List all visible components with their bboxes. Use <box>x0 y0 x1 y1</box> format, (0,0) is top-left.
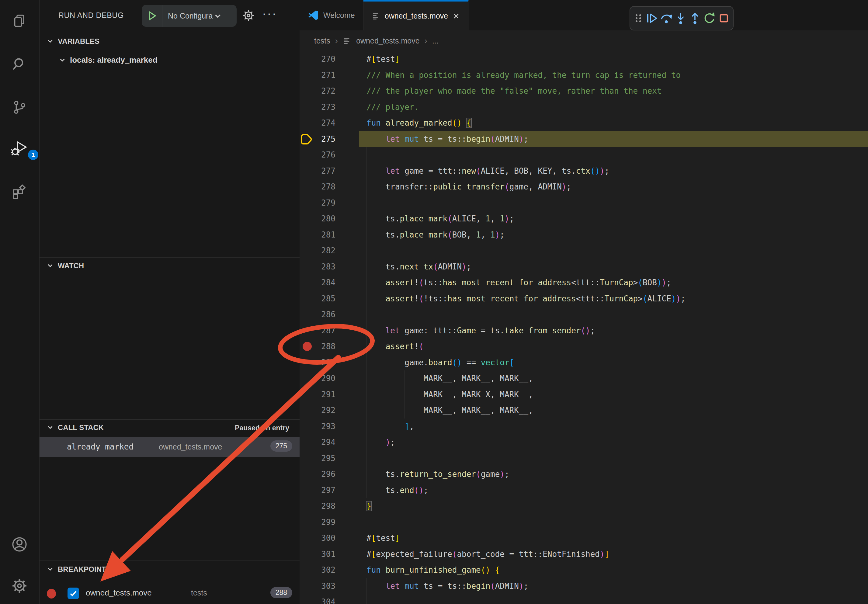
section-breakpoints[interactable]: BREAKPOINTS <box>46 565 111 574</box>
divider <box>40 561 299 561</box>
debug-launch-group[interactable]: No Configura <box>142 5 237 27</box>
code-text: ts.end(); <box>335 486 429 495</box>
section-watch[interactable]: WATCH <box>46 262 84 270</box>
breakpoint-row[interactable]: owned_tests.move tests 288 <box>40 585 299 603</box>
breakpoint-file-name: owned_tests.move <box>86 588 152 598</box>
code-line: 295 <box>299 451 868 466</box>
code-text: } <box>335 502 371 511</box>
close-icon[interactable] <box>452 12 460 20</box>
search-icon[interactable] <box>12 57 27 73</box>
line-number: 302 <box>315 565 335 575</box>
code-line: 299 <box>299 514 868 530</box>
accounts-icon[interactable] <box>11 536 28 553</box>
code-text: ts.next_tx(ADMIN); <box>335 262 471 271</box>
frame-function-name: already_marked <box>67 442 133 451</box>
code-text: let mut ts = ts::begin(ADMIN); <box>335 135 528 144</box>
code-text: ); <box>335 438 395 447</box>
sidebar-title: RUN AND DEBUG <box>58 11 124 20</box>
code-text: let game: ttt::Game = ts.take_from_sende… <box>335 326 595 335</box>
line-number: 296 <box>315 469 335 479</box>
section-variables[interactable]: VARIABLES <box>46 37 99 46</box>
configuration-dropdown-label[interactable]: No Configura <box>168 12 212 20</box>
line-number: 295 <box>315 454 335 463</box>
code-line: 287 let game: ttt::Game = ts.take_from_s… <box>299 323 868 339</box>
code-line: 303 let mut ts = ts::begin(ADMIN); <box>299 578 868 594</box>
code-text: let game = ttt::new(ALICE, BOB, KEY, ts.… <box>335 166 609 175</box>
breadcrumb-item[interactable]: ... <box>432 37 439 45</box>
vscode-window: 1 RUN AND DEBUG No Configura ··· <box>0 0 868 604</box>
run-and-debug-sidebar: RUN AND DEBUG No Configura ··· VARIABLES… <box>40 0 299 604</box>
code-line: 300#[test] <box>299 530 868 546</box>
code-line: 276 <box>299 147 868 163</box>
move-file-icon <box>343 37 351 45</box>
code-text: game.board() == vector[ <box>335 358 514 367</box>
breakpoint-checkbox[interactable] <box>68 588 79 599</box>
line-number: 303 <box>315 581 335 591</box>
code-text: MARK__, MARK__, MARK__, <box>335 406 533 415</box>
step-into-button[interactable] <box>674 11 688 25</box>
drag-handle-icon[interactable] <box>632 11 645 25</box>
breakpoint-gutter[interactable] <box>299 133 315 145</box>
code-line: 288 assert!( <box>299 339 868 355</box>
restart-button[interactable] <box>702 11 716 25</box>
breakpoint-gutter[interactable] <box>299 342 315 351</box>
frame-file-name: owned_tests.move <box>159 443 222 451</box>
more-actions-icon[interactable]: ··· <box>262 7 277 20</box>
debug-current-line-arrow-icon <box>301 133 313 145</box>
frame-line-badge: 275 <box>270 440 292 452</box>
breakpoint-dot-icon[interactable] <box>302 342 312 351</box>
chevron-down-icon <box>46 37 54 45</box>
code-line: 286 <box>299 307 868 323</box>
indent-guide <box>366 451 367 466</box>
section-label: CALL STACK <box>58 423 104 432</box>
breakpoint-dot-icon <box>47 589 56 599</box>
line-number: 279 <box>315 198 335 208</box>
call-stack-frame-row[interactable]: already_marked owned_tests.move 275 <box>40 437 299 457</box>
run-and-debug-icon[interactable]: 1 <box>11 141 28 158</box>
source-control-icon[interactable] <box>12 100 27 116</box>
step-over-button[interactable] <box>659 11 673 25</box>
settings-gear-icon[interactable] <box>11 577 28 594</box>
chevron-down-icon[interactable] <box>213 11 222 20</box>
code-text: assert!( <box>335 342 424 351</box>
chevron-down-icon <box>46 424 54 432</box>
line-number: 276 <box>315 150 335 160</box>
code-text: fun burn_unfinished_game() { <box>335 565 500 575</box>
explorer-icon[interactable] <box>12 13 27 29</box>
line-number: 300 <box>315 533 335 542</box>
code-line: 283 ts.next_tx(ADMIN); <box>299 259 868 275</box>
line-number: 284 <box>315 278 335 287</box>
extensions-icon[interactable] <box>12 184 27 200</box>
code-line: 304 <box>299 594 868 604</box>
breadcrumb-item[interactable]: owned_tests.move <box>356 37 419 45</box>
code-text: MARK__, MARK_X, MARK__, <box>335 390 533 399</box>
line-number: 287 <box>315 326 335 335</box>
debug-settings-gear-icon[interactable] <box>242 9 256 23</box>
pause-reason-status: Paused on entry <box>235 424 289 432</box>
line-number: 298 <box>315 502 335 511</box>
code-text: assert!(!ts::has_most_recent_for_address… <box>335 294 685 303</box>
indent-guide <box>366 307 367 323</box>
code-line: 278 transfer::public_transfer(game, ADMI… <box>299 179 868 195</box>
line-number: 294 <box>315 438 335 447</box>
code-line: 290 MARK__, MARK__, MARK__, <box>299 370 868 387</box>
line-number: 290 <box>315 374 335 383</box>
code-line: 273/// player. <box>299 99 868 115</box>
breadcrumb-item[interactable]: tests <box>314 37 330 45</box>
start-debug-icon[interactable] <box>142 5 163 27</box>
continue-button[interactable] <box>645 11 659 25</box>
debug-toolbar <box>629 6 733 30</box>
stop-button[interactable] <box>717 11 731 25</box>
code-text: fun already_marked() { <box>335 118 471 127</box>
tab-owned-tests-move[interactable]: owned_tests.move <box>363 0 469 30</box>
code-line: 279 <box>299 195 868 211</box>
divider <box>40 257 299 258</box>
line-number: 270 <box>315 54 335 63</box>
tab-welcome[interactable]: Welcome <box>299 0 363 30</box>
step-out-button[interactable] <box>688 11 702 25</box>
variables-scope-row[interactable]: locals: already_marked <box>58 55 158 65</box>
code-text: /// When a position is already marked, t… <box>335 71 680 80</box>
section-call-stack[interactable]: CALL STACK <box>46 423 104 432</box>
line-number: 304 <box>315 597 335 604</box>
line-number: 272 <box>315 87 335 96</box>
